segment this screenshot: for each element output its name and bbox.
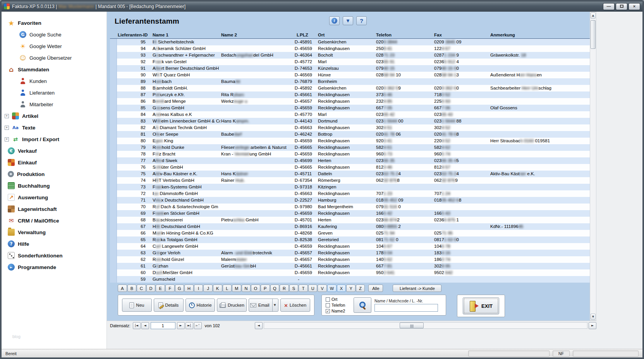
- row-selector[interactable]: [110, 65, 117, 72]
- col-telefon[interactable]: Telefon: [375, 31, 433, 39]
- minimize-button[interactable]: —: [603, 3, 615, 10]
- letter-button-f[interactable]: F: [165, 285, 175, 292]
- row-selector[interactable]: [110, 184, 117, 190]
- maximize-button[interactable]: [616, 3, 627, 10]
- table-row[interactable]: 92Frank van GestelD-45772Marl02365 91023…: [110, 59, 590, 65]
- checkbox-telefon[interactable]: Telefon: [326, 302, 350, 308]
- row-selector[interactable]: [110, 45, 117, 52]
- sidebar-item-artikel[interactable]: +Artikel: [2, 110, 106, 122]
- sidebar-item-lagerwirtschaft[interactable]: Lagerwirtschaft: [2, 203, 106, 215]
- table-row[interactable]: 59Gumscheid-: [110, 276, 590, 283]
- table-row[interactable]: 72Iso Dämmstoffe GmbHD-45663Recklinghaus…: [110, 190, 590, 197]
- neu-button[interactable]: Neu: [122, 299, 152, 312]
- row-selector[interactable]: [110, 151, 117, 157]
- sidebar-item-import-export[interactable]: +⇄Import / Export: [2, 133, 106, 145]
- sidebar-item-einkauf[interactable]: Einkauf: [2, 157, 106, 168]
- scroll-right-button[interactable]: ►: [589, 322, 596, 329]
- scroll-down-button[interactable]: ▼: [591, 314, 596, 320]
- table-row[interactable]: 85Gossens GmbHD-45659Recklinghausen6677 …: [110, 105, 590, 111]
- letter-button-d[interactable]: D: [146, 285, 156, 292]
- sidebar-item-buchhaltung[interactable]: Buchhaltung: [2, 180, 106, 192]
- table-row[interactable]: 88Bjarnholdt GmbH.D-45892Gelsenkirchen02…: [110, 85, 590, 91]
- row-selector[interactable]: [110, 124, 117, 131]
- hscroll-thumb[interactable]: [400, 323, 424, 328]
- table-row[interactable]: 80Egon KingD-45659Recklinghausen9203 412…: [110, 138, 590, 144]
- new-record-button[interactable]: ►*: [194, 322, 202, 329]
- row-selector[interactable]: [110, 157, 117, 164]
- table-row[interactable]: 63Gregor VerlohAlarm- und Elektrotechnik…: [110, 250, 590, 256]
- table-row[interactable]: 93Geschwandtner + FelgemacherBedachungsh…: [110, 52, 590, 59]
- col-name2[interactable]: Name 2: [220, 31, 290, 39]
- letter-button-j[interactable]: J: [203, 285, 213, 292]
- checkbox-box[interactable]: [326, 303, 330, 307]
- table-row[interactable]: 81Oliver SeepeBaubedarfD-46242Bottrop020…: [110, 131, 590, 138]
- email-button[interactable]: Email▼: [249, 299, 278, 312]
- row-selector[interactable]: [110, 236, 117, 243]
- letter-button-l[interactable]: L: [223, 285, 232, 292]
- letter-button-r[interactable]: R: [280, 285, 289, 292]
- letter-button-b[interactable]: B: [127, 285, 137, 292]
- row-selector[interactable]: [110, 85, 117, 91]
- table-row[interactable]: 62Reinhold GinzelMalermeisterD-45657Reck…: [110, 256, 590, 263]
- expand-plus-icon[interactable]: +: [5, 126, 9, 130]
- table-row[interactable]: 89HambachBaumarktD-76879Bornheim: [110, 78, 590, 85]
- row-selector[interactable]: [110, 144, 117, 151]
- sidebar-item-programmende[interactable]: ►Programmende: [2, 261, 106, 273]
- table-row[interactable]: 61GözhanGerüstbau GmbHD-45661Recklinghau…: [110, 263, 590, 269]
- row-selector[interactable]: [110, 118, 117, 124]
- row-selector[interactable]: [110, 243, 117, 250]
- col-plz[interactable]: PLZ: [299, 31, 317, 39]
- table-row[interactable]: 70Ruf Dach & Solartechnologie GmD-97980B…: [110, 204, 590, 210]
- checkbox-name2[interactable]: ✓Name2: [326, 308, 350, 314]
- table-row[interactable]: 94Artkeramik Schlüter GmbHD-45659Recklin…: [110, 45, 590, 52]
- close-button[interactable]: ×: [629, 3, 640, 10]
- row-selector[interactable]: [110, 204, 117, 210]
- next-record-button[interactable]: ►: [177, 322, 185, 329]
- sidebar-item-auswertung[interactable]: ↗Auswertung: [2, 192, 106, 203]
- sidebar-item-kunden[interactable]: Kunden: [2, 75, 106, 87]
- record-number-input[interactable]: [151, 322, 175, 329]
- table-row[interactable]: 82AS Diamant Technik GmbHD-45663Reckling…: [110, 124, 590, 131]
- letter-button-y[interactable]: Y: [346, 285, 355, 292]
- sidebar-item-favoriten[interactable]: ★Favoriten: [2, 17, 106, 29]
- row-selector[interactable]: [110, 171, 117, 177]
- letter-button-i[interactable]: I: [194, 285, 203, 292]
- letter-button-m[interactable]: M: [232, 285, 241, 292]
- sidebar-item-verkauf[interactable]: €Verkauf: [2, 145, 106, 157]
- row-selector[interactable]: [110, 52, 117, 59]
- col-land[interactable]: L: [290, 31, 299, 39]
- scroll-up-button[interactable]: ▲: [591, 12, 596, 19]
- table-row[interactable]: 68BauschlossereiPietruschka GmbHD-45701H…: [110, 217, 590, 223]
- table-row[interactable]: 64Carl Langewehr GmbHD-45659Recklinghaus…: [110, 243, 590, 250]
- sidebar-item-verwaltung[interactable]: Verwaltung: [2, 226, 106, 238]
- row-selector[interactable]: [110, 210, 117, 217]
- row-selector[interactable]: [110, 250, 117, 256]
- row-selector[interactable]: [110, 217, 117, 223]
- row-selector[interactable]: [110, 256, 117, 263]
- table-row[interactable]: 83Wilhelm Linnenbecker GmbH & CoHans Kam…: [110, 118, 590, 124]
- vscroll-track[interactable]: [591, 19, 596, 314]
- col-anmerkung[interactable]: Anmerkung: [489, 31, 589, 39]
- table-row[interactable]: 77Alfred SiwekD-45699Herten02366 3502366…: [110, 157, 590, 164]
- row-selector[interactable]: [110, 78, 117, 85]
- letter-button-e[interactable]: E: [156, 285, 165, 292]
- table-row[interactable]: 60DachMeiSter GmbHD-45659Recklinghausen9…: [110, 269, 590, 276]
- letter-button-q[interactable]: Q: [270, 285, 280, 292]
- historie-button[interactable]: Historie: [185, 299, 215, 312]
- col-name1[interactable]: Name 1: [152, 31, 220, 39]
- expand-plus-icon[interactable]: +: [5, 114, 9, 118]
- sidebar-item-google-suche[interactable]: GGoogle Suche: [2, 29, 106, 40]
- letter-button-h[interactable]: H: [184, 285, 194, 292]
- letter-button-c[interactable]: C: [137, 285, 146, 292]
- table-row[interactable]: 65Ranka Totalgas GmbHD-82538Geretsried08…: [110, 236, 590, 243]
- last-record-button[interactable]: ►|: [185, 322, 193, 329]
- letter-button-n[interactable]: N: [242, 285, 251, 292]
- letter-button-g[interactable]: G: [175, 285, 184, 292]
- letter-button-z[interactable]: Z: [356, 285, 365, 292]
- letter-button-o[interactable]: O: [251, 285, 260, 292]
- table-row[interactable]: 84Andreas Kalbus e.KD-45770Marl02365 420…: [110, 111, 590, 118]
- letter-button-k[interactable]: K: [213, 285, 222, 292]
- loeschen-button[interactable]: ×Löschen: [280, 299, 310, 312]
- horizontal-scrollbar[interactable]: [264, 322, 587, 329]
- search-button[interactable]: [354, 297, 371, 313]
